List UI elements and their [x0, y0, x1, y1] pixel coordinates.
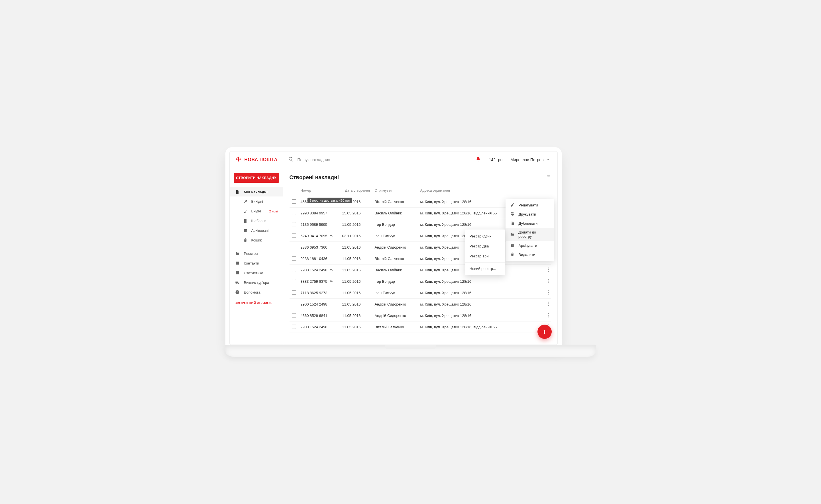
fab-add[interactable]: +	[537, 325, 552, 339]
row-actions-button[interactable]	[548, 313, 549, 317]
table-row[interactable]: 7118 8625 927311.05.2016Іван Тимчукм. Ки…	[290, 287, 551, 299]
row-actions-button[interactable]	[548, 279, 549, 283]
archive-icon	[510, 243, 515, 248]
main-content: Створені накладні Номер ↓Дата створення …	[283, 168, 557, 345]
invoice-address: м. Київ, вул. Хрещатик 128/16	[418, 310, 542, 321]
invoice-recipient: Андрій Сидоренко	[372, 310, 418, 321]
table-row[interactable]: 2900 1524 249811.05.2016Андрій Сидоренко…	[290, 299, 551, 310]
row-checkbox[interactable]	[292, 211, 296, 215]
svg-point-23	[548, 282, 548, 283]
reply-icon	[329, 279, 333, 284]
search-box[interactable]	[288, 155, 466, 165]
submenu-registry-3[interactable]: Реєстр Три	[465, 251, 505, 261]
invoice-number: 2900 1524 2498	[301, 268, 327, 272]
ctx-duplicate[interactable]: Дублювати	[505, 219, 554, 228]
invoice-date: 15.05.2016	[341, 208, 372, 219]
create-button[interactable]: СТВОРИТИ НАКЛАДНУ	[234, 173, 279, 183]
row-actions-button[interactable]	[548, 290, 549, 295]
brand-logo[interactable]: НОВА ПОШТА	[235, 156, 281, 163]
stats-icon	[235, 271, 240, 275]
feedback-link[interactable]: ЗВОРОТНИЙ ЗВ'ЯЗОК	[230, 297, 283, 309]
svg-point-31	[548, 315, 548, 315]
sidebar-item-help[interactable]: Допомога	[230, 288, 283, 297]
table-row[interactable]: 4660 8529 684111.05.2016Андрій Сидоренко…	[290, 310, 551, 321]
ctx-delete[interactable]: Видалити	[505, 250, 554, 259]
ctx-add-to-registry[interactable]: Додати до реєстру	[505, 228, 554, 241]
sidebar-item-outgoing[interactable]: Вихідні	[230, 197, 283, 206]
svg-point-25	[548, 292, 548, 293]
truck-icon	[235, 280, 240, 285]
invoice-recipient: Андрій Сидоренко	[372, 242, 418, 253]
table-row[interactable]: 3883 2759 837511.05.2016Ігор Бондарм. Ки…	[290, 276, 551, 287]
col-address[interactable]: Адреса отримання	[418, 185, 542, 196]
sidebar-item-label: Кошик	[251, 238, 262, 242]
svg-point-27	[548, 302, 548, 302]
row-checkbox[interactable]	[292, 325, 296, 329]
select-all-checkbox[interactable]	[292, 188, 296, 192]
ctx-print[interactable]: Друкувати	[505, 210, 554, 219]
folder-add-icon	[510, 232, 514, 237]
sidebar-item-courier[interactable]: Виклик кур'єра	[230, 278, 283, 287]
row-checkbox[interactable]	[292, 233, 296, 238]
sidebar-item-my-docs[interactable]: Мої накладні	[230, 187, 283, 196]
row-checkbox[interactable]	[292, 302, 296, 306]
row-checkbox[interactable]	[292, 290, 296, 295]
invoice-address: м. Київ, вул. Хрещатик 128/16	[418, 287, 542, 299]
table-row[interactable]: 2900 1524 249811.05.2016Василь Олійникм.…	[290, 265, 551, 276]
sidebar-item-incoming[interactable]: Вхідні 2 нові	[230, 207, 283, 216]
submenu-registry-2[interactable]: Реєстр Два	[465, 241, 505, 251]
sidebar-item-label: Вихідні	[251, 200, 263, 204]
logo-icon	[235, 156, 242, 163]
sidebar-item-label: Шаблони	[251, 219, 267, 223]
ctx-edit[interactable]: Редагувати	[505, 200, 554, 210]
col-date[interactable]: ↓Дата створення	[341, 185, 372, 196]
invoice-number: 2900 1524 2498	[301, 302, 327, 306]
user-menu[interactable]: Мирослав Петров	[510, 157, 550, 162]
page-title: Створені накладні	[290, 174, 339, 181]
submenu-registry-1[interactable]: Реєстр Один	[465, 231, 505, 241]
trash-icon	[243, 238, 248, 243]
row-checkbox[interactable]	[292, 222, 296, 226]
submenu-new-registry[interactable]: Новий реєстр...	[465, 264, 505, 274]
arrow-out-icon	[243, 199, 248, 204]
search-input[interactable]	[298, 157, 466, 162]
row-checkbox[interactable]	[292, 199, 296, 204]
col-recipient[interactable]: Отримувач	[372, 185, 418, 196]
balance[interactable]: 142 грн	[489, 157, 502, 162]
filter-button[interactable]	[546, 174, 551, 181]
brand-text: НОВА ПОШТА	[245, 157, 278, 162]
sidebar-item-label: Вхідні	[251, 209, 261, 213]
invoice-recipient: Ігор Бондар	[372, 276, 418, 287]
sidebar-item-contacts[interactable]: Контакти	[230, 259, 283, 268]
topbar: НОВА ПОШТА 142 грн Мирослав Петров	[230, 151, 557, 168]
app-viewport: НОВА ПОШТА 142 грн Мирослав Петров СТВОР…	[230, 151, 558, 345]
svg-point-28	[548, 303, 548, 304]
col-number[interactable]: Номер	[298, 185, 341, 196]
row-checkbox[interactable]	[292, 279, 296, 283]
row-checkbox[interactable]	[292, 268, 296, 272]
notifications-icon[interactable]	[476, 157, 481, 163]
sidebar-item-registries[interactable]: Реєстри	[230, 249, 283, 258]
ctx-archive[interactable]: Архівувати	[505, 241, 554, 250]
sidebar-item-archived[interactable]: Архівовані	[230, 226, 283, 235]
invoice-date: 11.05.2016	[341, 321, 372, 333]
search-icon	[288, 157, 294, 163]
row-actions-button[interactable]	[548, 267, 549, 272]
template-icon	[243, 219, 248, 223]
invoice-number: 7118 8625 9273	[301, 291, 327, 295]
sidebar-item-trash[interactable]: Кошик	[230, 236, 283, 245]
chevron-down-icon	[546, 157, 550, 162]
row-checkbox[interactable]	[292, 245, 296, 249]
row-checkbox[interactable]	[292, 313, 296, 317]
invoice-date: 11.05.2016	[341, 265, 372, 276]
row-checkbox[interactable]	[292, 256, 296, 261]
invoice-date: 11.05.2016	[341, 253, 372, 265]
table-row[interactable]: 2900 1524 249811.05.2016Віталій Савченко…	[290, 321, 551, 333]
tooltip-return-delivery: Зворотна доставка: 460 грн	[308, 198, 352, 203]
help-icon	[235, 290, 240, 294]
sidebar-item-stats[interactable]: Статистика	[230, 268, 283, 277]
row-actions-button[interactable]	[548, 302, 549, 306]
invoice-number: 6249 0414 7095	[301, 234, 327, 238]
sidebar-item-templates[interactable]: Шаблони	[230, 216, 283, 226]
svg-point-19	[548, 269, 548, 270]
